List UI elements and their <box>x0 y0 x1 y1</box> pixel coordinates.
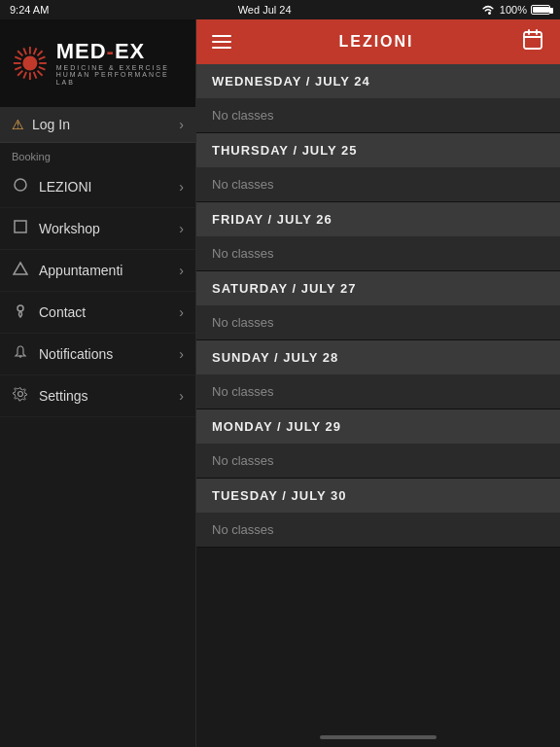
booking-section-label: Booking <box>0 143 195 166</box>
battery-level: 100% <box>500 4 527 16</box>
day-section-thu: THURSDAY / JULY 25 No classes <box>196 133 560 202</box>
appuntamenti-label: Appuntamenti <box>39 263 122 278</box>
hamburger-button[interactable] <box>212 35 231 49</box>
contact-label: Contact <box>39 304 86 320</box>
svg-point-0 <box>22 55 37 70</box>
warning-icon: ⚠ <box>12 117 24 132</box>
wifi-icon <box>480 4 496 16</box>
svg-line-7 <box>37 51 42 55</box>
logo-brand: MED-EX <box>56 40 184 63</box>
main-content: LEZIONI WEDNESDAY / JULY 24 No classes T… <box>196 19 560 747</box>
settings-chevron: › <box>179 388 184 404</box>
svg-point-20 <box>18 305 23 311</box>
day-body-tue: No classes <box>196 513 560 547</box>
svg-point-23 <box>18 392 23 397</box>
notifications-label: Notifications <box>39 346 113 362</box>
svg-line-10 <box>39 67 46 70</box>
svg-line-11 <box>23 48 26 54</box>
square-icon <box>12 219 29 238</box>
svg-point-17 <box>15 179 26 191</box>
gear-icon <box>12 386 29 406</box>
day-section-mon: MONDAY / JULY 29 No classes <box>196 409 560 479</box>
workshop-chevron: › <box>179 221 184 236</box>
day-section-sun: SUNDAY / JULY 28 No classes <box>196 340 560 409</box>
logo-area: MED-EX MEDICINE & EXERCISE HUMAN PERFORM… <box>0 19 195 107</box>
page-title: LEZIONI <box>338 33 413 51</box>
svg-line-13 <box>39 56 46 59</box>
day-header-mon: MONDAY / JULY 29 <box>196 409 560 444</box>
schedule-list: WEDNESDAY / JULY 24 No classes THURSDAY … <box>196 64 560 728</box>
svg-line-14 <box>15 67 21 70</box>
triangle-icon <box>12 261 29 280</box>
sidebar-item-notifications[interactable]: Notifications › <box>0 334 195 375</box>
day-header-thu: THURSDAY / JULY 25 <box>196 133 560 167</box>
day-header-tue: TUESDAY / JULY 30 <box>196 479 560 513</box>
day-header-sat: SATURDAY / JULY 27 <box>196 271 560 305</box>
login-row[interactable]: ⚠ Log In › <box>0 107 195 143</box>
day-body-fri: No classes <box>196 236 560 270</box>
svg-line-12 <box>34 72 37 79</box>
day-header-wed: WEDNESDAY / JULY 24 <box>196 64 560 98</box>
calendar-button[interactable] <box>521 28 544 56</box>
svg-marker-19 <box>14 263 27 274</box>
settings-label: Settings <box>39 388 88 404</box>
day-section-tue: TUESDAY / JULY 30 No classes <box>196 479 560 548</box>
logo-icon <box>12 44 49 83</box>
day-section-sat: SATURDAY / JULY 27 No classes <box>196 271 560 340</box>
day-section-fri: FRIDAY / JULY 26 No classes <box>196 202 560 271</box>
svg-line-15 <box>34 48 37 54</box>
svg-line-5 <box>18 51 22 55</box>
sidebar-item-appuntamenti[interactable]: Appuntamenti › <box>0 250 195 292</box>
logo-subtitle: MEDICINE & EXERCISE <box>56 64 184 72</box>
sidebar-nav: LEZIONI › Workshop › Appunta <box>0 166 195 417</box>
svg-rect-24 <box>524 32 542 49</box>
lezioni-chevron: › <box>179 179 184 195</box>
svg-line-9 <box>15 56 21 59</box>
day-header-fri: FRIDAY / JULY 26 <box>196 202 560 236</box>
battery-icon <box>531 5 550 15</box>
day-header-sun: SUNDAY / JULY 28 <box>196 340 560 374</box>
status-time: 9:24 AM <box>10 4 49 16</box>
sidebar-item-workshop[interactable]: Workshop › <box>0 208 195 250</box>
svg-line-8 <box>18 71 22 76</box>
contact-chevron: › <box>179 304 184 320</box>
day-body-wed: No classes <box>196 98 560 132</box>
workshop-label: Workshop <box>39 221 100 236</box>
sidebar-item-lezioni[interactable]: LEZIONI › <box>0 166 195 208</box>
svg-line-16 <box>23 72 26 79</box>
status-bar: 9:24 AM Wed Jul 24 100% <box>0 0 560 19</box>
svg-line-6 <box>37 71 42 76</box>
sidebar: MED-EX MEDICINE & EXERCISE HUMAN PERFORM… <box>0 19 196 747</box>
day-body-mon: No classes <box>196 444 560 478</box>
lezioni-label: LEZIONI <box>39 179 91 195</box>
day-body-sun: No classes <box>196 374 560 409</box>
status-right: 100% <box>480 4 550 16</box>
day-body-thu: No classes <box>196 167 560 201</box>
svg-rect-18 <box>15 221 26 232</box>
circle-icon <box>12 177 29 196</box>
status-date: Wed Jul 24 <box>238 4 292 16</box>
sidebar-item-contact[interactable]: Contact › <box>0 292 195 334</box>
sidebar-item-settings[interactable]: Settings › <box>0 375 195 417</box>
logo-tagline: HUMAN PERFORMANCE LAB <box>56 71 184 86</box>
location-icon <box>12 302 29 322</box>
top-bar: LEZIONI <box>196 19 560 64</box>
bell-icon <box>12 344 29 364</box>
home-indicator <box>196 728 560 747</box>
appuntamenti-chevron: › <box>179 263 184 278</box>
login-chevron: › <box>179 117 184 132</box>
home-bar <box>320 735 437 739</box>
day-body-sat: No classes <box>196 305 560 339</box>
notifications-chevron: › <box>179 346 184 362</box>
login-label: Log In <box>32 117 70 132</box>
day-section-wed: WEDNESDAY / JULY 24 No classes <box>196 64 560 133</box>
